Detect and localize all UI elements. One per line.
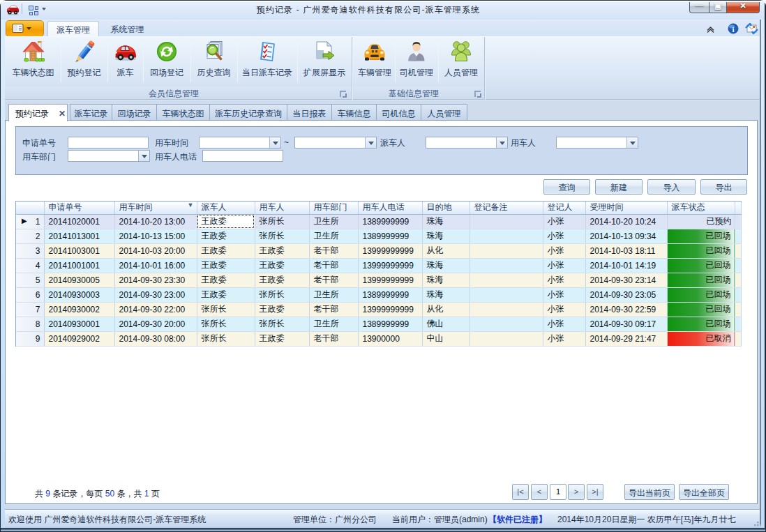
svg-text:i: i xyxy=(732,25,734,33)
